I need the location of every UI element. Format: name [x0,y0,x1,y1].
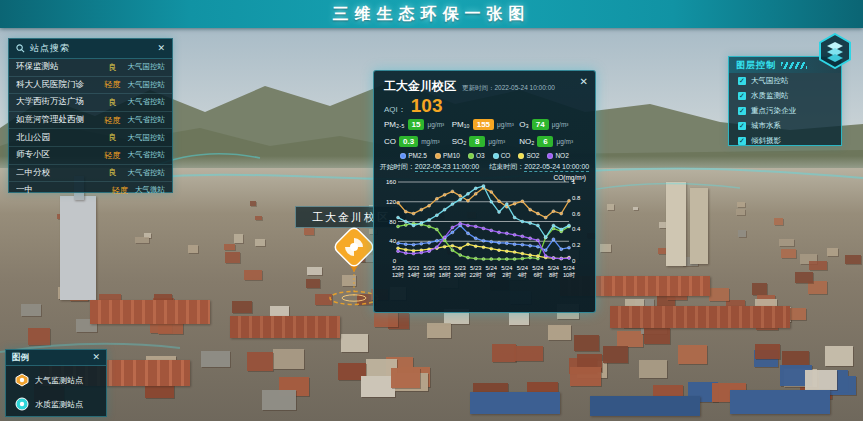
svg-text:12时: 12时 [392,272,404,278]
station-type: 大气国控站 [128,80,166,90]
layer-toggle-item[interactable]: ✓倾斜摄影 [729,133,841,148]
svg-text:5/24: 5/24 [501,265,513,271]
pollutant-name: PM₂.₅ [384,120,405,129]
svg-text:0: 0 [393,258,397,264]
svg-text:0: 0 [572,258,576,264]
layer-toggle-item[interactable]: ✓水质监测站 [729,88,841,103]
chart-legend-item[interactable]: PM2.5 [400,152,427,159]
update-time: 更新时间：2022-05-24 10:00:00 [462,84,555,93]
pollutant-unit: μg/m³ [497,121,514,128]
station-list-item[interactable]: 如意河管理处西侧轻度大气省控站 [9,111,172,129]
svg-text:8时: 8时 [549,272,558,278]
legend-item: 大气监测站点 [6,366,106,390]
station-list-item[interactable]: 一中轻度大气微站 [9,181,172,199]
checkbox-checked-icon[interactable]: ✓ [738,137,746,145]
pollutant-unit: μg/m³ [556,138,573,145]
svg-text:5/24: 5/24 [486,265,498,271]
layers-hexagon-icon[interactable] [817,33,853,69]
pollutant-cell: SO₂8μg/m³ [452,136,520,147]
station-type: 大气省控站 [128,168,166,178]
station-name: 如意河管理处西侧 [16,114,98,126]
legend-series-label: NO2 [555,152,568,159]
pollutant-name: SO₂ [452,137,467,146]
legend-color-dot [435,153,441,159]
station-list-item[interactable]: 北山公园良大气国控站 [9,128,172,146]
station-list-item[interactable]: 环保监测站良大气国控站 [9,59,172,76]
map-legend-panel: 图例 ✕ 大气监测站点水质监测站点 [5,349,107,417]
start-time-value[interactable]: 2022-05-23 11:00:00 [415,163,479,172]
station-aqi-level: 轻度 [102,115,124,126]
layer-panel-title: 图层控制 [736,59,776,72]
layer-toggle-item[interactable]: ✓大气国控站 [729,73,841,88]
svg-text:5/23: 5/23 [455,265,466,271]
station-type: 大气省控站 [128,97,166,107]
checkbox-checked-icon[interactable]: ✓ [738,122,746,130]
page-title: 三维生态环保一张图 [333,4,531,25]
svg-text:20时: 20时 [454,272,466,278]
checkbox-checked-icon[interactable]: ✓ [738,77,746,85]
legend-color-dot [400,153,406,159]
svg-text:5/24: 5/24 [517,265,529,271]
pollutant-name: O₃ [519,120,528,129]
legend-panel-header: 图例 ✕ [6,350,106,366]
layer-toggle-item[interactable]: ✓城市水系 [729,118,841,133]
station-detail-popup: ✕ 工大金川校区 更新时间：2022-05-24 10:00:00 AQI： 1… [373,70,596,313]
chart-legend-item[interactable]: SO2 [518,152,539,159]
station-list-item[interactable]: 科大人民医院门诊轻度大气国控站 [9,76,172,94]
chart-legend-item[interactable]: CO [493,152,511,159]
chart-legend-item[interactable]: PM10 [435,152,460,159]
close-icon[interactable]: ✕ [157,44,165,53]
decorative-stripes [781,62,807,69]
svg-text:10时: 10时 [563,272,575,278]
svg-text:0时: 0时 [487,272,496,278]
station-name: 一中 [16,184,105,196]
checkbox-checked-icon[interactable]: ✓ [738,107,746,115]
station-aqi-level: 良 [102,167,124,178]
station-aqi-level: 轻度 [109,185,131,196]
legend-close-icon[interactable]: ✕ [92,353,100,362]
station-list: 环保监测站良大气国控站科大人民医院门诊轻度大气国控站大学西街万达广场良大气省控站… [9,59,172,199]
svg-text:5/23: 5/23 [470,265,481,271]
station-list-item[interactable]: 二中分校良大气省控站 [9,164,172,182]
chart-legend-item[interactable]: NO2 [547,152,568,159]
popup-title: 工大金川校区 [384,78,456,95]
svg-text:160: 160 [386,179,397,185]
svg-text:5/23: 5/23 [408,265,419,271]
layer-control-panel: 图层控制 ✓大气国控站✓水质监测站✓重点污染企业✓城市水系✓倾斜摄影 [728,56,842,146]
legend-color-dot [468,153,474,159]
svg-text:16时: 16时 [423,272,435,278]
station-aqi-level: 良 [102,97,124,108]
pollutant-value-badge: 74 [532,119,549,130]
svg-text:5/24: 5/24 [548,265,560,271]
pollutant-unit: μg/m³ [427,121,444,128]
layer-toggle-item[interactable]: ✓重点污染企业 [729,103,841,118]
checkbox-checked-icon[interactable]: ✓ [738,92,746,100]
station-type: 大气省控站 [128,150,166,160]
svg-text:18时: 18时 [439,272,451,278]
legend-item: 水质监测站点 [6,390,106,414]
svg-text:14时: 14时 [407,272,419,278]
pollutant-cell: PM₂.₅15μg/m³ [384,119,452,130]
pollutant-value-badge: 15 [408,119,425,130]
layer-label: 重点污染企业 [751,106,796,116]
legend-series-label: SO2 [526,152,539,159]
svg-text:5/23: 5/23 [439,265,450,271]
layer-list: ✓大气国控站✓水质监测站✓重点污染企业✓城市水系✓倾斜摄影 [729,73,841,148]
end-time-value[interactable]: 2022-05-24 10:00:00 [524,163,589,172]
aqi-row: AQI： 103 [374,95,595,116]
station-aqi-level: 良 [102,62,124,73]
station-search-panel: 站点搜索 ✕ 环保监测站良大气国控站科大人民医院门诊轻度大气国控站大学西街万达广… [8,38,173,193]
station-list-item[interactable]: 大学西街万达广场良大气省控站 [9,93,172,111]
layer-label: 大气国控站 [751,76,789,86]
station-aqi-level: 良 [102,132,124,143]
svg-text:5/23: 5/23 [423,265,434,271]
chart-legend-item[interactable]: O3 [468,152,485,159]
station-name: 二中分校 [16,167,98,179]
station-list-item[interactable]: 师专小区轻度大气省控站 [9,146,172,164]
pollutant-value-badge: 8 [469,136,485,147]
svg-text:0.4: 0.4 [572,226,581,232]
popup-close-icon[interactable]: ✕ [580,77,588,86]
svg-text:22时: 22时 [470,272,482,278]
svg-text:6时: 6时 [533,272,542,278]
pollutant-unit: μg/m³ [552,121,569,128]
